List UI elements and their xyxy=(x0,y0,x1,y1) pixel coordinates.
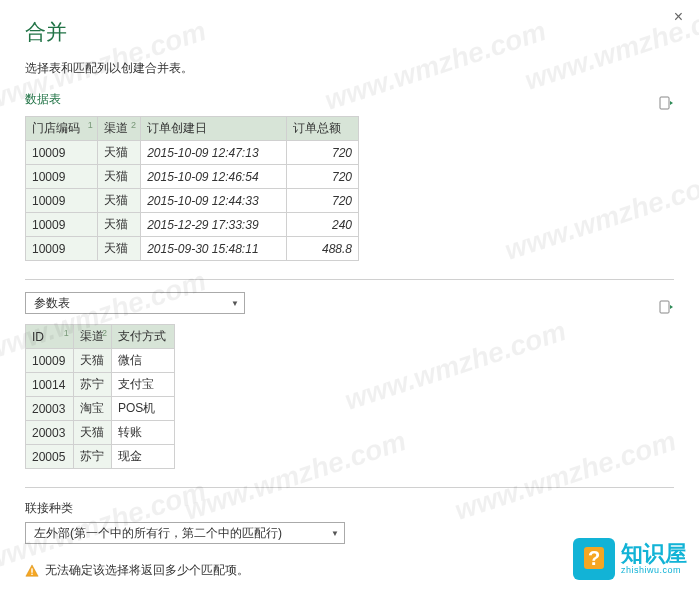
dialog-title: 合并 xyxy=(25,18,674,46)
refresh-icon[interactable] xyxy=(658,95,674,111)
warning-icon xyxy=(25,564,39,578)
logo-main-text: 知识屋 xyxy=(621,543,687,565)
table-row: 20005苏宁现金 xyxy=(26,445,175,469)
col-store-code[interactable]: 门店编码1 xyxy=(26,117,98,141)
col-id[interactable]: ID1 xyxy=(26,325,74,349)
col-channel[interactable]: 渠道2 xyxy=(97,117,140,141)
svg-rect-1 xyxy=(660,301,669,313)
data-table-2: ID1 渠道2 支付方式 10009天猫微信 10014苏宁支付宝 20003淘… xyxy=(25,324,175,469)
dialog-subtitle: 选择表和匹配列以创建合并表。 xyxy=(25,60,674,77)
table-row: 10009天猫2015-10-09 12:46:54720 xyxy=(26,165,359,189)
table-row: 10009天猫2015-10-09 12:47:13720 xyxy=(26,141,359,165)
table-row: 10009天猫微信 xyxy=(26,349,175,373)
section-label-data-table: 数据表 xyxy=(25,91,61,108)
table-row: 20003天猫转账 xyxy=(26,421,175,445)
table-row: 20003淘宝POS机 xyxy=(26,397,175,421)
site-logo: 知识屋 zhishiwu.com xyxy=(573,538,687,580)
warning-text: 无法确定该选择将返回多少个匹配项。 xyxy=(45,562,249,579)
merge-dialog: 合并 选择表和匹配列以创建合并表。 数据表 门店编码1 渠道2 订单创建日 订单… xyxy=(0,0,699,598)
logo-sub-text: zhishiwu.com xyxy=(621,565,687,575)
table-row: 10009天猫2015-12-29 17:33:39240 xyxy=(26,213,359,237)
join-kind-label: 联接种类 xyxy=(25,500,674,517)
data-table-1: 门店编码1 渠道2 订单创建日 订单总额 10009天猫2015-10-09 1… xyxy=(25,116,359,261)
col-order-total[interactable]: 订单总额 xyxy=(287,117,359,141)
source-table-dropdown[interactable]: 参数表 ▼ xyxy=(25,292,245,314)
join-kind-dropdown[interactable]: 左外部(第一个中的所有行，第二个中的匹配行) ▼ xyxy=(25,522,345,544)
divider xyxy=(25,487,674,488)
chevron-down-icon: ▼ xyxy=(331,529,339,538)
col-channel2[interactable]: 渠道2 xyxy=(73,325,111,349)
svg-rect-2 xyxy=(31,568,32,572)
close-button[interactable]: × xyxy=(674,8,683,26)
svg-rect-0 xyxy=(660,97,669,109)
table-row: 10014苏宁支付宝 xyxy=(26,373,175,397)
col-payment[interactable]: 支付方式 xyxy=(112,325,175,349)
table-row: 10009天猫2015-09-30 15:48:11488.8 xyxy=(26,237,359,261)
divider xyxy=(25,279,674,280)
logo-icon xyxy=(573,538,615,580)
refresh-icon[interactable] xyxy=(658,299,674,315)
chevron-down-icon: ▼ xyxy=(231,299,239,308)
col-order-date[interactable]: 订单创建日 xyxy=(141,117,287,141)
svg-rect-3 xyxy=(31,573,32,574)
table-row: 10009天猫2015-10-09 12:44:33720 xyxy=(26,189,359,213)
